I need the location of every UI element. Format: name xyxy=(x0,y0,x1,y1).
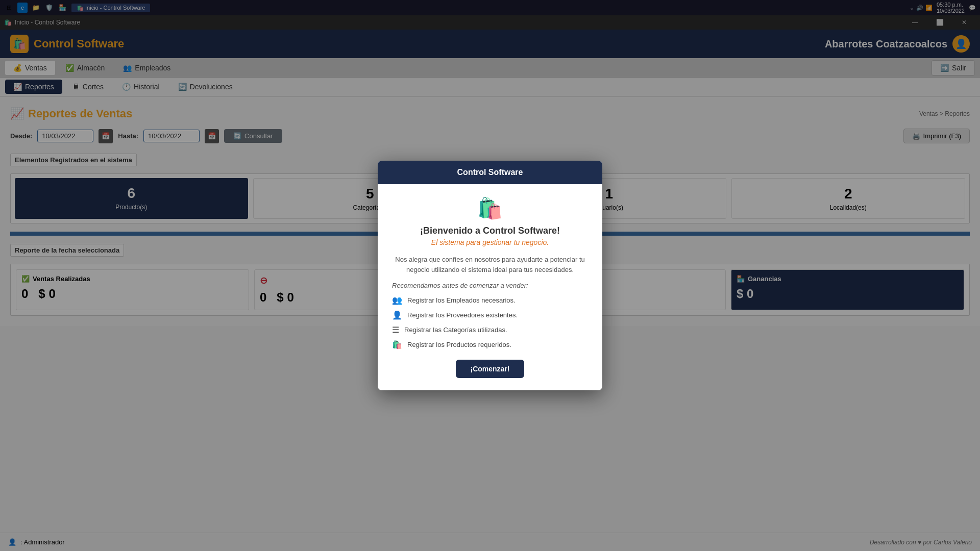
list-item-categorias: ☰ Registrar las Categorías utilizadas. xyxy=(392,325,588,335)
proveedores-step-text: Registrar los Proveedores existentes. xyxy=(407,311,518,319)
modal-welcome-title: ¡Bienvenido a Control Software! xyxy=(392,226,588,236)
modal-description: Nos alegra que confíes en nosotros para … xyxy=(392,255,588,274)
modal-header: Control Software xyxy=(378,161,602,184)
modal-header-title: Control Software xyxy=(457,168,523,177)
modal-steps-list: 👥 Registrar los Empleados necesarios. 👤 … xyxy=(392,295,588,349)
list-item-empleados: 👥 Registrar los Empleados necesarios. xyxy=(392,295,588,305)
modal-recommendation: Recomendamos antes de comenzar a vender: xyxy=(392,282,588,289)
empleados-step-icon: 👥 xyxy=(392,295,402,305)
modal-subtitle: El sistema para gestionar tu negocio. xyxy=(392,238,588,246)
modal-overlay: Control Software 🛍️ ¡Bienvenido a Contro… xyxy=(0,0,980,551)
start-button[interactable]: ¡Comenzar! xyxy=(456,360,524,378)
list-item-proveedores: 👤 Registrar los Proveedores existentes. xyxy=(392,310,588,320)
modal-icon: 🛍️ xyxy=(392,196,588,220)
productos-step-icon: 🛍️ xyxy=(392,340,402,349)
productos-step-text: Registrar los Productos requeridos. xyxy=(407,341,511,348)
categorias-step-icon: ☰ xyxy=(392,325,399,335)
list-item-productos: 🛍️ Registrar los Productos requeridos. xyxy=(392,340,588,349)
proveedores-step-icon: 👤 xyxy=(392,310,402,320)
modal-body: 🛍️ ¡Bienvenido a Control Software! El si… xyxy=(378,184,602,390)
modal: Control Software 🛍️ ¡Bienvenido a Contro… xyxy=(378,161,602,390)
categorias-step-text: Registrar las Categorías utilizadas. xyxy=(404,326,507,334)
empleados-step-text: Registrar los Empleados necesarios. xyxy=(407,296,516,304)
